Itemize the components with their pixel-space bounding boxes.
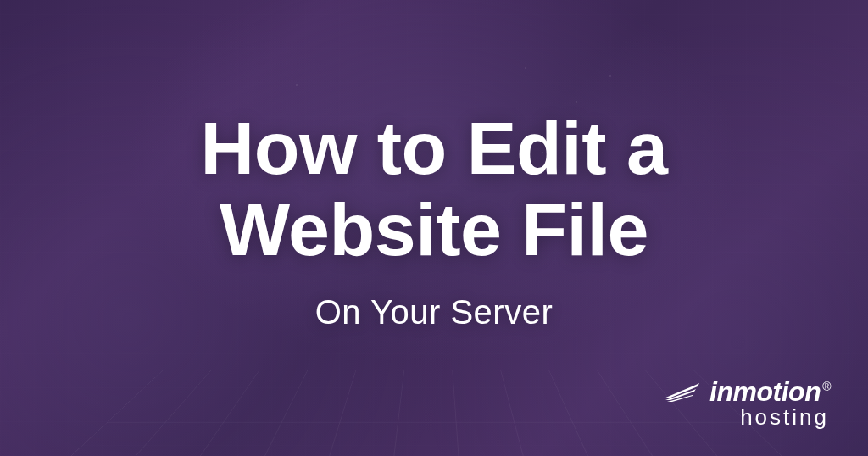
- title-line-1: How to Edit a: [201, 106, 668, 190]
- brand-logo: inmotion® hosting: [662, 376, 831, 431]
- swoosh-icon: [662, 380, 703, 405]
- logo-brand-word: inmotion: [709, 376, 821, 407]
- hero-banner: How to Edit a Website File On Your Serve…: [0, 0, 868, 456]
- logo-row: inmotion®: [662, 376, 831, 408]
- logo-brand-text: inmotion®: [709, 376, 831, 408]
- title-line-2: Website File: [220, 187, 648, 271]
- main-title: How to Edit a Website File: [201, 108, 668, 269]
- logo-sub-text: hosting: [740, 404, 829, 431]
- title-block: How to Edit a Website File On Your Serve…: [201, 108, 668, 331]
- subtitle: On Your Server: [201, 293, 668, 331]
- logo-registered-mark: ®: [822, 380, 831, 393]
